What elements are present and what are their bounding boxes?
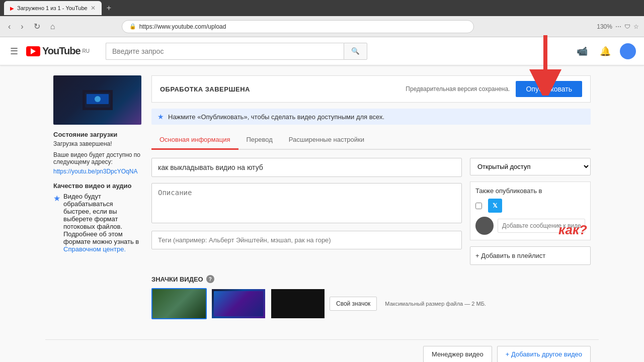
thumbnails-row: Свой значок Максимальный размер файла — … — [151, 288, 591, 319]
custom-thumbnail-btn[interactable]: Свой значок — [330, 297, 377, 311]
user-avatar-small — [475, 217, 494, 235]
address-right-controls: 130% ⋯ 🛡 ☆ — [597, 23, 639, 30]
publish-btn[interactable]: Опубликовать — [516, 81, 582, 97]
video-tags-input[interactable] — [151, 231, 462, 249]
url-text: https://www.youtube.com/upload — [139, 23, 466, 30]
upload-url-link[interactable]: https://youtu.be/pn3DpcYOqNA — [53, 168, 137, 175]
refresh-btn[interactable]: ↻ — [31, 20, 43, 33]
video-manager-btn[interactable]: Менеджер видео — [423, 346, 492, 362]
info-bar: ★ Нажмите «Опубликовать», чтобы сделать … — [151, 109, 591, 125]
notifications-btn[interactable]: 🔔 — [597, 43, 614, 60]
address-bar: ‹ › ↻ ⌂ 🔒 https://www.youtube.com/upload… — [0, 16, 644, 37]
draft-saved-text: Предварительная версия сохранена. — [406, 85, 510, 93]
menu-icon[interactable]: ☰ — [8, 44, 20, 59]
quality-heading: Качество видео и аудио — [53, 182, 141, 190]
more-btn[interactable]: ⋯ — [615, 23, 621, 30]
left-panel: Состояние загрузки Загрузка завершена! В… — [53, 75, 141, 319]
info-text: Нажмите «Опубликовать», чтобы сделать ви… — [168, 113, 384, 121]
tab-favicon: ▶ — [10, 6, 14, 11]
user-avatar[interactable] — [620, 43, 636, 59]
quality-section: Качество видео и аудио ★ Видео будут обр… — [53, 182, 141, 253]
kak-text-overlay: как? — [558, 222, 587, 238]
form-tabs: Основная информация Перевод Расширенные … — [151, 131, 591, 150]
quality-info: ★ Видео будут обрабатываться быстрее, ес… — [53, 193, 141, 253]
yt-logo-icon — [26, 46, 40, 56]
quality-star-icon: ★ — [53, 194, 60, 203]
social-share-section: Также опубликовать в 𝕏 как? — [470, 182, 591, 240]
preview-image-svg — [83, 90, 113, 110]
tab-basic-info[interactable]: Основная информация — [151, 131, 238, 150]
form-left — [151, 158, 462, 265]
upload-icon-btn[interactable]: 📹 — [574, 43, 591, 60]
upload-header-right: Предварительная версия сохранена. Опубли… — [406, 81, 582, 97]
lock-icon: 🔒 — [129, 23, 136, 30]
new-tab-btn[interactable]: + — [107, 4, 111, 13]
info-star-icon: ★ — [157, 113, 164, 121]
upload-status-section: Состояние загрузки Загрузка завершена! В… — [53, 131, 141, 175]
twitter-btn[interactable]: 𝕏 — [488, 199, 502, 213]
social-row: 𝕏 — [475, 199, 585, 213]
thumbnail-1[interactable] — [151, 288, 207, 319]
quality-text: Видео будут обрабатываться быстрее, если… — [63, 193, 139, 245]
yt-play-triangle — [31, 48, 36, 54]
quality-link[interactable]: Справочном центре. — [63, 245, 126, 253]
thumbnails-section: ЗНАЧКИ ВИДЕО ? Свой значок Максимальный … — [151, 275, 591, 319]
upload-status-label: ОБРАБОТКА ЗАВЕРШЕНА — [160, 85, 250, 93]
yt-logo-country: RU — [83, 48, 90, 54]
bookmark-icon[interactable]: ☆ — [633, 23, 639, 30]
tab-advanced[interactable]: Расширенные настройки — [281, 131, 372, 150]
search-input[interactable] — [106, 43, 344, 60]
also-publish-label: Также опубликовать в — [475, 187, 585, 195]
form-section: Открытый доступ Ограниченный доступ Закр… — [151, 158, 591, 265]
tab-title: Загружено 1 из 1 - YouTube — [17, 5, 88, 11]
zoom-level: 130% — [597, 23, 612, 30]
thumbnails-help-icon[interactable]: ? — [206, 275, 214, 283]
video-description-input[interactable] — [151, 183, 462, 223]
forward-btn[interactable]: › — [18, 20, 26, 33]
yt-logo-text: YouTube — [42, 45, 80, 57]
thumbnails-label: ЗНАЧКИ ВИДЕО ? — [151, 275, 591, 283]
search-btn[interactable]: 🔍 — [344, 43, 367, 60]
tab-close-btn[interactable]: ✕ — [91, 5, 96, 12]
add-to-playlist-btn[interactable]: + Добавить в плейлист — [470, 246, 591, 265]
search-bar: 🔍 — [106, 43, 367, 60]
browser-tab[interactable]: ▶ Загружено 1 из 1 - YouTube ✕ — [4, 1, 102, 15]
quality-description: Видео будут обрабатываться быстрее, если… — [63, 193, 141, 253]
upload-header-wrapper: ОБРАБОТКА ЗАВЕРШЕНА Предварительная верс… — [151, 75, 591, 103]
browser-chrome: ▶ Загружено 1 из 1 - YouTube ✕ + — [0, 0, 644, 16]
youtube-logo[interactable]: YouTube RU — [26, 45, 90, 57]
form-right: Открытый доступ Ограниченный доступ Закр… — [470, 158, 591, 265]
header-right: 📹 🔔 — [574, 43, 636, 60]
right-panel: ОБРАБОТКА ЗАВЕРШЕНА Предварительная верс… — [151, 75, 591, 319]
back-btn[interactable]: ‹ — [5, 20, 14, 33]
bottom-bar: Менеджер видео + Добавить другое видео — [45, 339, 599, 362]
youtube-header: ☰ YouTube RU 🔍 📹 🔔 — [0, 37, 644, 65]
add-another-video-btn[interactable]: + Добавить другое видео — [497, 346, 591, 362]
svg-point-3 — [95, 96, 101, 102]
reader-icon[interactable]: 🛡 — [624, 23, 630, 30]
upload-status-heading: Состояние загрузки — [53, 131, 141, 138]
home-btn[interactable]: ⌂ — [47, 20, 58, 33]
upload-complete-text: Загрузка завершена! — [53, 140, 141, 147]
thumbnail-3[interactable] — [270, 288, 326, 319]
url-bar[interactable]: 🔒 https://www.youtube.com/upload — [122, 20, 474, 33]
video-thumbnail-preview — [53, 75, 141, 125]
tab-translation[interactable]: Перевод — [238, 131, 281, 150]
main-content: Состояние загрузки Загрузка завершена! В… — [45, 65, 599, 329]
video-title-input[interactable] — [151, 158, 462, 177]
upload-url-prefix: Ваше видео будет доступно по следующему … — [53, 151, 141, 165]
video-preview — [53, 75, 141, 125]
upload-header: ОБРАБОТКА ЗАВЕРШЕНА Предварительная верс… — [151, 75, 591, 103]
thumbnail-2[interactable] — [211, 288, 266, 319]
social-checkbox[interactable] — [475, 203, 482, 209]
privacy-select[interactable]: Открытый доступ Ограниченный доступ Закр… — [470, 158, 591, 175]
thumbnail-size-note: Максимальный размер файла — 2 МБ. — [385, 301, 486, 307]
